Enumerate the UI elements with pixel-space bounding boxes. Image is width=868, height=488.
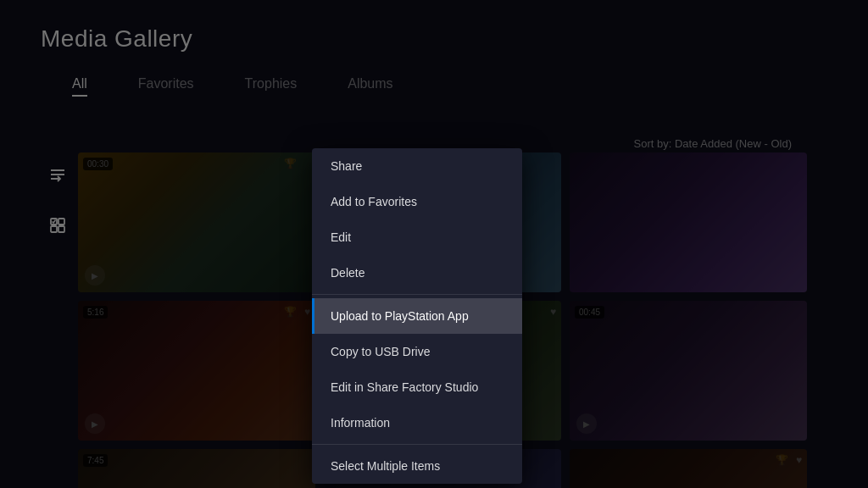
menu-item-add-favorites[interactable]: Add to Favorites bbox=[312, 184, 522, 219]
menu-item-edit[interactable]: Edit bbox=[312, 219, 522, 255]
menu-divider-2 bbox=[312, 444, 522, 445]
menu-divider bbox=[312, 294, 522, 295]
context-menu: Share Add to Favorites Edit Delete Uploa… bbox=[312, 148, 522, 484]
menu-item-share-factory[interactable]: Edit in Share Factory Studio bbox=[312, 369, 522, 405]
menu-item-delete[interactable]: Delete bbox=[312, 255, 522, 291]
menu-item-information[interactable]: Information bbox=[312, 405, 522, 441]
menu-item-copy-usb[interactable]: Copy to USB Drive bbox=[312, 334, 522, 369]
menu-item-upload-psapp[interactable]: Upload to PlayStation App bbox=[312, 298, 522, 334]
menu-item-share[interactable]: Share bbox=[312, 148, 522, 184]
menu-item-select-multiple[interactable]: Select Multiple Items bbox=[312, 448, 522, 484]
